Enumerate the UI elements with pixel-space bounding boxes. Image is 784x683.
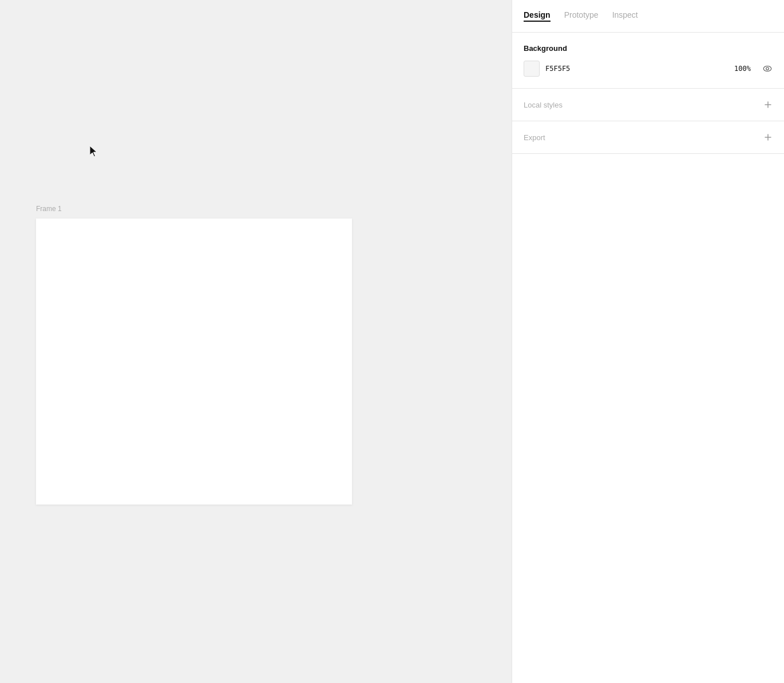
background-title: Background xyxy=(524,44,567,53)
export-section-header: Export xyxy=(524,133,773,142)
local-styles-add-button[interactable] xyxy=(763,100,773,109)
export-add-button[interactable] xyxy=(763,133,773,142)
background-section: Background F5F5F5 100% xyxy=(512,33,784,89)
background-opacity[interactable]: 100% xyxy=(734,65,751,73)
right-panel: Design Prototype Inspect Background F5F5… xyxy=(512,0,784,683)
tab-design[interactable]: Design xyxy=(524,10,551,22)
canvas-frame xyxy=(36,219,352,505)
tab-inspect[interactable]: Inspect xyxy=(612,10,638,22)
export-title: Export xyxy=(524,133,545,142)
eye-icon[interactable] xyxy=(762,63,773,74)
local-styles-section: Local styles xyxy=(512,89,784,121)
tab-prototype[interactable]: Prototype xyxy=(564,10,599,22)
canvas-area: Frame 1 xyxy=(0,0,512,683)
local-styles-title: Local styles xyxy=(524,101,563,109)
background-row: F5F5F5 100% xyxy=(524,61,773,77)
local-styles-header: Local styles xyxy=(524,100,773,109)
background-section-header: Background xyxy=(524,44,773,53)
svg-point-1 xyxy=(766,67,769,70)
panel-content: Background F5F5F5 100% Local styles xyxy=(512,33,784,683)
svg-point-0 xyxy=(763,66,771,72)
panel-tabs: Design Prototype Inspect xyxy=(512,0,784,33)
background-color-swatch[interactable] xyxy=(524,61,540,77)
export-section: Export xyxy=(512,121,784,154)
frame-label: Frame 1 xyxy=(36,205,62,213)
cursor-icon xyxy=(90,146,99,157)
background-color-hex[interactable]: F5F5F5 xyxy=(545,65,728,73)
